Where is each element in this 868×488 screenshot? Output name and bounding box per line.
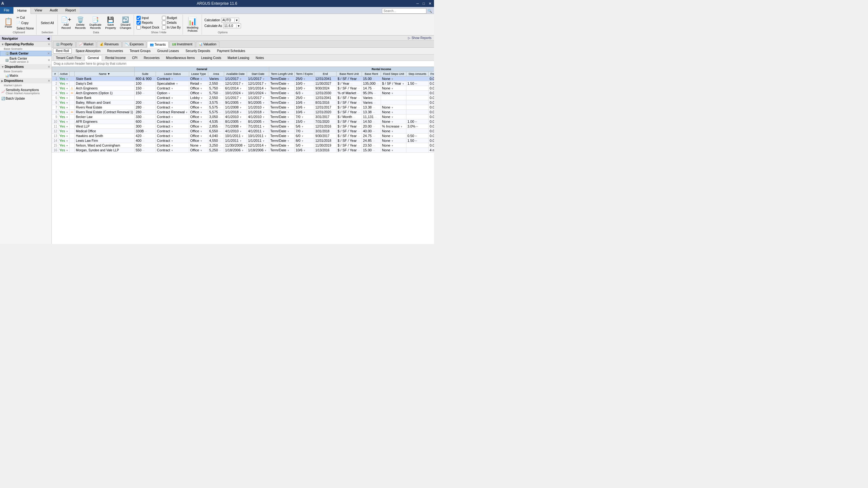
row-end[interactable]: 9/30/2024 bbox=[314, 86, 337, 91]
row-area[interactable]: 3,575 ··· bbox=[208, 100, 224, 105]
row-start-date[interactable]: 12/1/2017 ▼ bbox=[247, 81, 269, 86]
delete-records-button[interactable]: 🗑️ DeleteRecords bbox=[74, 15, 87, 31]
row-base-rent[interactable]: 15.00 ··· bbox=[362, 76, 381, 81]
row-free-rent[interactable]: 0.00✏ bbox=[429, 143, 434, 148]
row-num[interactable]: 1 bbox=[52, 76, 58, 81]
reports-checkbox[interactable]: Reports bbox=[136, 21, 159, 25]
row-flag[interactable] bbox=[69, 115, 74, 119]
subnav-space-absorption[interactable]: Space Absorption bbox=[73, 48, 103, 54]
nav-bank-center[interactable]: 🏢 Bank Center ✕ bbox=[0, 51, 52, 56]
row-term-expire[interactable]: 6/0 ▼ bbox=[294, 134, 314, 138]
row-avail-date[interactable]: 4/1/2010 ▼ bbox=[224, 129, 247, 134]
row-end[interactable]: 1/13/2016 bbox=[314, 148, 337, 153]
nav-matrix[interactable]: 📊 Matrix bbox=[0, 73, 52, 78]
row-free-rent[interactable]: 0.00✏ bbox=[429, 96, 434, 100]
row-start-date[interactable]: 4/1/2010 ▼ bbox=[247, 115, 269, 119]
row-name[interactable]: Rivers Real Estate bbox=[74, 105, 134, 110]
row-flag[interactable] bbox=[69, 129, 74, 134]
row-num[interactable]: 4 bbox=[52, 91, 58, 96]
row-suite[interactable]: 280 ··· bbox=[134, 110, 156, 115]
row-end[interactable]: 11/30/2019 bbox=[314, 143, 337, 148]
row-step-amounts[interactable]: 1.00✏ bbox=[406, 119, 429, 124]
row-num[interactable]: 16 bbox=[52, 148, 58, 153]
table-row[interactable]: 10Yes ▼AFR Engineers600 ···Contract ▼Off… bbox=[52, 119, 434, 124]
row-lease-status[interactable]: Contract ▼ bbox=[156, 134, 189, 138]
row-suite[interactable]: 600 ··· bbox=[134, 119, 156, 124]
row-lease-status[interactable]: Contract ▼ bbox=[156, 143, 189, 148]
row-start-date[interactable]: 1/1/2018 ▼ bbox=[247, 110, 269, 115]
row-base-rent-unit[interactable]: $ / SF / Year ··· bbox=[337, 148, 362, 153]
row-flag[interactable] bbox=[69, 100, 74, 105]
row-num[interactable]: 12 bbox=[52, 129, 58, 134]
nav-bank-center-audit[interactable]: 🏢 Bank Center Audit version 3 ✕ bbox=[0, 56, 52, 64]
row-lease-type[interactable]: Office ▼ bbox=[189, 105, 208, 110]
col-free-rent[interactable]: Free Rent (Months) bbox=[429, 72, 434, 76]
row-base-rent-unit[interactable]: $ / SF / Year ··· bbox=[337, 138, 362, 143]
row-name[interactable]: Daisy's Deli bbox=[74, 81, 134, 86]
row-end[interactable]: 9/30/2017 bbox=[314, 134, 337, 138]
table-row[interactable]: 1Yes ▼State Bank800 & 900 ···Contract ▼O… bbox=[52, 76, 434, 81]
tab-file[interactable]: File bbox=[0, 7, 13, 14]
row-free-rent[interactable]: 0.00✏ bbox=[429, 129, 434, 134]
row-num[interactable]: 14 bbox=[52, 138, 58, 143]
nav-close-disp[interactable]: ✕ bbox=[48, 65, 50, 69]
tenant-tab-cpi[interactable]: CPI bbox=[129, 55, 140, 61]
tenant-tab-recoveries[interactable]: Recoveries bbox=[141, 55, 162, 61]
row-end[interactable]: 12/31/2030 bbox=[314, 91, 337, 96]
table-row[interactable]: 6Yes ▼Bailey, Wilson and Grant200 ···Con… bbox=[52, 100, 434, 105]
row-base-rent[interactable]: Varies ··· bbox=[362, 100, 381, 105]
row-base-rent[interactable]: 95.0% ··· bbox=[362, 91, 381, 96]
row-lease-type[interactable]: Office ▼ bbox=[189, 86, 208, 91]
row-area[interactable]: 2,550 ··· bbox=[208, 81, 224, 86]
row-free-rent[interactable]: 0.00✏ bbox=[429, 110, 434, 115]
row-flag[interactable] bbox=[69, 148, 74, 153]
col-lease-status[interactable]: Lease Status bbox=[156, 72, 189, 76]
row-avail-date[interactable]: 11/30/2008 ▼ bbox=[224, 143, 247, 148]
row-avail-date[interactable]: 8/1/2005 ▼ bbox=[224, 119, 247, 124]
row-free-rent[interactable]: 0.00✏ bbox=[429, 81, 434, 86]
row-term-unit[interactable]: Term/Date ▼ bbox=[269, 115, 294, 119]
row-lease-status[interactable]: Contract Renewal ▼ bbox=[156, 110, 189, 115]
row-end[interactable]: 7/31/2020 bbox=[314, 119, 337, 124]
row-base-rent[interactable]: 24.75 ··· bbox=[362, 134, 381, 138]
row-suite[interactable]: 150 ··· bbox=[134, 91, 156, 96]
row-num[interactable]: 13 bbox=[52, 134, 58, 138]
row-free-rent[interactable]: 0.00✏ bbox=[429, 134, 434, 138]
row-suite[interactable]: 420 ··· bbox=[134, 134, 156, 138]
window-controls[interactable]: ─ □ ✕ bbox=[415, 2, 433, 6]
tab-report[interactable]: Report bbox=[62, 7, 80, 14]
row-term-unit[interactable]: Term/Date ▼ bbox=[269, 96, 294, 100]
col-end[interactable]: End bbox=[314, 72, 337, 76]
row-base-rent-unit[interactable]: % of Market ··· bbox=[337, 91, 362, 96]
row-lease-status[interactable]: Contract ▼ bbox=[156, 138, 189, 143]
row-num[interactable]: 11 bbox=[52, 124, 58, 129]
table-row[interactable]: 13Yes ▼Hawkins and Smith420 ···Contract … bbox=[52, 134, 434, 138]
row-base-rent-unit[interactable]: $ / SF / Year ··· bbox=[337, 129, 362, 134]
col-base-rent[interactable]: Base Rent bbox=[362, 72, 381, 76]
duplicate-records-button[interactable]: 📑 DuplicateRecords bbox=[88, 15, 103, 31]
row-base-rent-unit[interactable]: $ / SF / Year ··· bbox=[337, 86, 362, 91]
row-fixed-steps-unit[interactable] bbox=[381, 96, 406, 100]
nav-close-audit[interactable]: ✕ bbox=[48, 58, 50, 62]
table-row[interactable]: 9Yes ▼Becker Law330 ···Contract ▼Office … bbox=[52, 115, 434, 119]
row-term-unit[interactable]: Term/Date ▼ bbox=[269, 81, 294, 86]
calculate-as-input[interactable] bbox=[223, 24, 236, 28]
row-num[interactable]: 2 bbox=[52, 81, 58, 86]
row-lease-status[interactable]: Contract ▼ bbox=[156, 96, 189, 100]
search-input[interactable] bbox=[382, 8, 426, 14]
budget-checkbox[interactable]: Budget bbox=[162, 16, 181, 20]
row-free-rent[interactable]: 0.00✏ bbox=[429, 138, 434, 143]
table-row[interactable]: 12Yes ▼Medical Office330B ···Contract ▼O… bbox=[52, 129, 434, 134]
row-free-rent[interactable]: 0.00✏ bbox=[429, 119, 434, 124]
row-area[interactable]: 5,575 ··· bbox=[208, 110, 224, 115]
row-lease-type[interactable]: Office ▼ bbox=[189, 91, 208, 96]
row-base-rent[interactable]: 13.38 ··· bbox=[362, 110, 381, 115]
row-suite[interactable]: 800 & 900 ··· bbox=[134, 76, 156, 81]
row-flag[interactable] bbox=[69, 81, 74, 86]
row-base-rent-unit[interactable]: $ / SF / Year ··· bbox=[337, 96, 362, 100]
tab-revenues[interactable]: 💰 Revenues bbox=[97, 41, 122, 47]
row-avail-date[interactable]: 1/1/2017 ▼ bbox=[224, 96, 247, 100]
row-active[interactable]: Yes ▼ bbox=[58, 129, 69, 134]
row-base-rent[interactable]: 135,000 ··· bbox=[362, 81, 381, 86]
row-term-expire[interactable]: 7/0 ▼ bbox=[294, 129, 314, 134]
